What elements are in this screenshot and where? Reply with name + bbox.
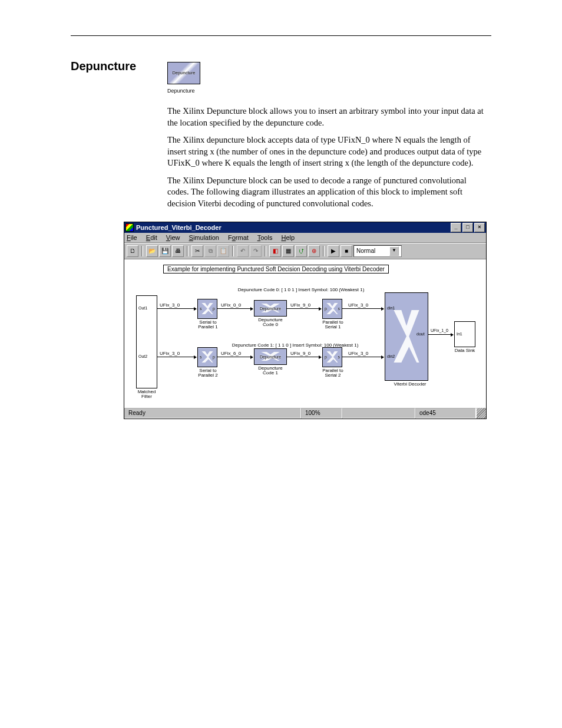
print-button[interactable]: 🖶 <box>172 245 184 257</box>
depuncture-block-icon: Depuncture <box>167 62 200 84</box>
sig-ufix60: UFix_6_0 <box>221 351 241 356</box>
copy-button[interactable]: ⧉ <box>204 245 216 257</box>
header-rule <box>71 35 491 36</box>
save-button[interactable]: 💾 <box>159 245 171 257</box>
sig-ufix30-c: UFix_3_0 <box>160 351 180 356</box>
debug-button[interactable]: ⊛ <box>308 245 320 257</box>
wire <box>217 357 253 357</box>
sig-ufix10: UFix_1_0 <box>431 328 448 332</box>
parallel-to-serial-2-block[interactable]: p s <box>322 347 342 367</box>
dep1-caption: DepunctureCode 1 <box>253 366 288 377</box>
redo-button[interactable]: ↷ <box>250 245 262 257</box>
sp1-caption: Serial toParallel 1 <box>190 320 226 331</box>
open-button[interactable]: 📂 <box>146 245 158 257</box>
resize-grip[interactable] <box>476 408 486 419</box>
menu-tools[interactable]: Tools <box>257 234 273 241</box>
status-empty <box>342 408 415 419</box>
out2-label: Out2 <box>138 354 147 358</box>
menu-edit[interactable]: Edit <box>146 234 157 241</box>
up-button[interactable]: ⮍ <box>295 245 307 257</box>
stop-button[interactable]: ■ <box>340 245 352 257</box>
matched-filter-caption: MatchedFilter <box>129 390 164 400</box>
out1-label: Out1 <box>138 306 147 310</box>
din2-label: din2 <box>387 354 395 358</box>
wire <box>428 334 453 335</box>
canvas[interactable]: Example for implementing Punctured Soft … <box>124 259 486 407</box>
intro-paragraph: The Xilinx Depuncture block allows you t… <box>167 106 485 129</box>
serial-to-parallel-2-block[interactable]: s p <box>197 347 217 367</box>
menu-file[interactable]: File <box>127 234 137 241</box>
menu-help[interactable]: Help <box>281 234 295 241</box>
sp2-caption: Serial toParallel 2 <box>190 368 226 379</box>
status-zoom: 100% <box>301 408 342 419</box>
maximize-button[interactable]: □ <box>462 223 473 232</box>
model-button[interactable]: ▦ <box>282 245 294 257</box>
cut-button[interactable]: ✂ <box>191 245 203 257</box>
wire <box>157 308 196 309</box>
statusbar: Ready 100% ode45 <box>124 407 486 419</box>
minimize-button[interactable]: _ <box>451 223 461 232</box>
paste-button[interactable]: 📋 <box>217 245 229 257</box>
sig-ufix00: UFix_0_0 <box>221 302 241 308</box>
wire <box>287 357 321 357</box>
annotation-code0: Depuncture Code 0: [ 1 0 1 ] Insert Symb… <box>207 287 395 292</box>
sig-ufix30-d: UFix_3_0 <box>348 351 368 356</box>
play-button[interactable]: ▶ <box>328 245 339 257</box>
app-icon <box>125 223 134 232</box>
chevron-down-icon[interactable]: ▼ <box>389 246 399 256</box>
wire <box>157 357 196 357</box>
wire <box>342 357 384 357</box>
library-button[interactable]: ◧ <box>269 245 281 257</box>
status-solver: ode45 <box>415 408 476 419</box>
data-sink-caption: Data Sink <box>447 348 482 354</box>
depuncture-code1-block[interactable]: Depuncture <box>254 348 287 365</box>
dep0-caption: DepunctureCode 0 <box>253 318 288 328</box>
serial-to-parallel-1-block[interactable]: s p <box>197 299 217 319</box>
simulink-window: Punctured_Viterbi_Decoder _ □ × File Edi… <box>124 222 487 419</box>
in1-label: In1 <box>457 332 462 336</box>
close-button[interactable]: × <box>474 223 485 232</box>
viterbi-caption: Viterbi Decoder <box>389 382 431 387</box>
ps1-caption: Parallel toSerial 1 <box>315 320 351 331</box>
section-title: Depuncture <box>71 60 153 73</box>
parallel-to-serial-1-block[interactable]: p s <box>322 299 342 319</box>
sig-ufix30-a: UFix_3_0 <box>160 302 180 308</box>
depuncture-block-caption: Depuncture <box>167 88 491 94</box>
menubar[interactable]: File Edit View Simulation Format Tools H… <box>124 233 486 243</box>
toolbar: 🗋 📂 💾 🖶 ✂ ⧉ 📋 ↶ ↷ ◧ ▦ ⮍ ⊛ ▶ ■ Normal ▼ <box>124 243 486 259</box>
para3: The Xilinx Depuncture block can be used … <box>167 175 485 210</box>
menu-format[interactable]: Format <box>228 234 249 241</box>
example-title-box: Example for implementing Punctured Soft … <box>163 265 389 274</box>
para2: The Xilinx depuncture block accepts data… <box>167 134 485 169</box>
status-ready: Ready <box>124 408 301 419</box>
wire <box>217 308 253 309</box>
wire <box>287 308 321 309</box>
sig-ufix30-b: UFix_3_0 <box>348 302 368 308</box>
depuncture-code0-block[interactable]: Depuncture <box>254 300 287 317</box>
annotation-code1: Depuncture Code 1: [ 1 1 0 ] Insert Symb… <box>195 342 395 348</box>
window-title: Punctured_Viterbi_Decoder <box>136 224 222 231</box>
mode-combo[interactable]: Normal ▼ <box>353 245 402 257</box>
sig-ufix90-b: UFix_9_0 <box>290 351 310 356</box>
din1-label: din1 <box>387 306 395 310</box>
ps2-caption: Parallel toSerial 2 <box>315 368 351 379</box>
dout-label: dout <box>416 332 425 336</box>
wire <box>342 308 384 309</box>
titlebar[interactable]: Punctured_Viterbi_Decoder _ □ × <box>124 222 486 233</box>
undo-button[interactable]: ↶ <box>237 245 249 257</box>
new-button[interactable]: 🗋 <box>127 245 138 257</box>
sig-ufix90-a: UFix_9_0 <box>290 302 310 308</box>
menu-view[interactable]: View <box>166 234 180 241</box>
menu-simulation[interactable]: Simulation <box>189 234 219 241</box>
